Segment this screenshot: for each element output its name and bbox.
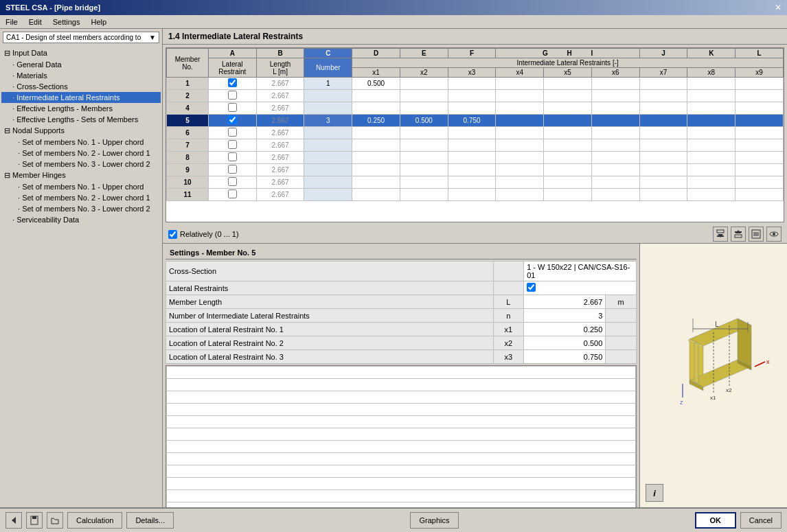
cell-x9[interactable] <box>735 164 784 176</box>
cell-x8[interactable] <box>687 90 735 102</box>
cell-x8[interactable] <box>687 189 735 201</box>
sidebar-item-materials[interactable]: · Materials <box>1 70 161 81</box>
cell-x7[interactable] <box>639 90 687 102</box>
cell-lateral[interactable] <box>208 164 256 176</box>
cell-x7[interactable] <box>639 189 687 201</box>
cell-lateral[interactable] <box>208 78 256 90</box>
cell-x9[interactable] <box>735 115 784 127</box>
cell-x8[interactable] <box>687 78 735 90</box>
cell-x2[interactable] <box>400 189 448 201</box>
cell-x9[interactable] <box>735 152 784 164</box>
cell-x4[interactable] <box>496 78 544 90</box>
lateral-checkbox[interactable] <box>228 91 237 100</box>
lateral-checkbox[interactable] <box>228 78 237 87</box>
sidebar-item-nodal-set1[interactable]: · Set of members No. 1 - Upper chord <box>1 137 161 148</box>
table-row[interactable]: 6 2.667 <box>167 127 784 139</box>
cell-lateral[interactable] <box>208 139 256 152</box>
cell-x6[interactable] <box>591 78 639 90</box>
cell-x2[interactable] <box>400 102 448 115</box>
cell-lateral[interactable] <box>208 176 256 189</box>
cell-x7[interactable] <box>639 127 687 139</box>
cell-x8[interactable] <box>687 164 735 176</box>
cell-x7[interactable] <box>639 102 687 115</box>
table-row[interactable]: 11 2.667 <box>167 189 784 201</box>
cell-x8[interactable] <box>687 139 735 152</box>
cell-x4[interactable] <box>496 127 544 139</box>
cell-x2[interactable] <box>400 164 448 176</box>
cell-number[interactable] <box>304 152 352 164</box>
cell-x3[interactable] <box>448 90 496 102</box>
sidebar-item-intermediate-lateral[interactable]: · Intermediate Lateral Restraints <box>1 92 161 103</box>
lateral-checkbox[interactable] <box>228 103 237 112</box>
save-button[interactable] <box>26 512 43 529</box>
sidebar-item-input-data[interactable]: ⊟ Input Data <box>1 47 161 59</box>
cell-lateral[interactable] <box>208 115 256 127</box>
cell-x2[interactable] <box>400 90 448 102</box>
menu-help[interactable]: Help <box>88 17 109 27</box>
lateral-restraints-checkbox[interactable] <box>527 283 536 292</box>
nav-back-button[interactable] <box>5 512 22 529</box>
cell-x9[interactable] <box>735 189 784 201</box>
edit-settings-button[interactable] <box>749 227 764 242</box>
cell-x2[interactable] <box>400 127 448 139</box>
cell-x7[interactable] <box>639 164 687 176</box>
cell-x5[interactable] <box>544 152 592 164</box>
table-row[interactable]: 8 2.667 <box>167 152 784 164</box>
cell-x4[interactable] <box>496 115 544 127</box>
sidebar-item-nodal-set3[interactable]: · Set of members No. 3 - Lower chord 2 <box>1 159 161 170</box>
sidebar-item-effective-lengths-sets[interactable]: · Effective Lengths - Sets of Members <box>1 114 161 125</box>
lateral-checkbox[interactable] <box>228 140 237 149</box>
cell-x9[interactable] <box>735 90 784 102</box>
view-button[interactable] <box>766 227 782 242</box>
cell-x8[interactable] <box>687 152 735 164</box>
graphics-button[interactable]: Graphics <box>410 512 458 529</box>
cell-x8[interactable] <box>687 127 735 139</box>
cell-x1[interactable] <box>352 164 400 176</box>
menu-settings[interactable]: Settings <box>50 17 83 27</box>
cell-x1[interactable] <box>352 102 400 115</box>
cell-x5[interactable] <box>544 78 592 90</box>
cell-x5[interactable] <box>544 139 592 152</box>
cell-x4[interactable] <box>496 102 544 115</box>
details-button[interactable]: Details... <box>126 512 174 529</box>
cell-number[interactable] <box>304 176 352 189</box>
cell-lateral[interactable] <box>208 90 256 102</box>
cell-number[interactable] <box>304 102 352 115</box>
cell-x3[interactable] <box>448 102 496 115</box>
export-up-button[interactable] <box>731 227 746 242</box>
cell-x4[interactable] <box>496 152 544 164</box>
sidebar-item-general-data[interactable]: · General Data <box>1 59 161 70</box>
cell-x5[interactable] <box>544 102 592 115</box>
cell-x6[interactable] <box>591 164 639 176</box>
cell-number[interactable] <box>304 164 352 176</box>
lateral-checkbox[interactable] <box>228 128 237 137</box>
cell-x9[interactable] <box>735 102 784 115</box>
cell-lateral[interactable] <box>208 152 256 164</box>
cell-x6[interactable] <box>591 176 639 189</box>
open-button[interactable] <box>47 512 63 529</box>
cell-x6[interactable] <box>591 152 639 164</box>
cell-lateral[interactable] <box>208 127 256 139</box>
sidebar-item-nodal-set2[interactable]: · Set of members No. 2 - Lower chord 1 <box>1 148 161 159</box>
sidebar-item-cross-sections[interactable]: · Cross-Sections <box>1 81 161 92</box>
table-row[interactable]: 5 2.667 3 0.250 0.500 0.750 <box>167 115 784 127</box>
cell-x2[interactable] <box>400 152 448 164</box>
lateral-checkbox[interactable] <box>228 115 237 124</box>
cell-x7[interactable] <box>639 176 687 189</box>
cell-number[interactable] <box>304 90 352 102</box>
sidebar-item-hinge-set2[interactable]: · Set of members No. 2 - Lower chord 1 <box>1 192 161 203</box>
cancel-button[interactable]: Cancel <box>740 512 782 529</box>
cell-x7[interactable] <box>639 115 687 127</box>
cell-x6[interactable] <box>591 90 639 102</box>
cell-x5[interactable] <box>544 127 592 139</box>
cell-x3[interactable] <box>448 139 496 152</box>
cell-x7[interactable] <box>639 139 687 152</box>
cell-x3[interactable] <box>448 164 496 176</box>
cell-x5[interactable] <box>544 189 592 201</box>
cell-number[interactable] <box>304 127 352 139</box>
ok-button[interactable]: OK <box>695 512 736 529</box>
cell-x1[interactable]: 0.250 <box>352 115 400 127</box>
cell-x5[interactable] <box>544 164 592 176</box>
cell-x6[interactable] <box>591 127 639 139</box>
cell-x1[interactable] <box>352 152 400 164</box>
